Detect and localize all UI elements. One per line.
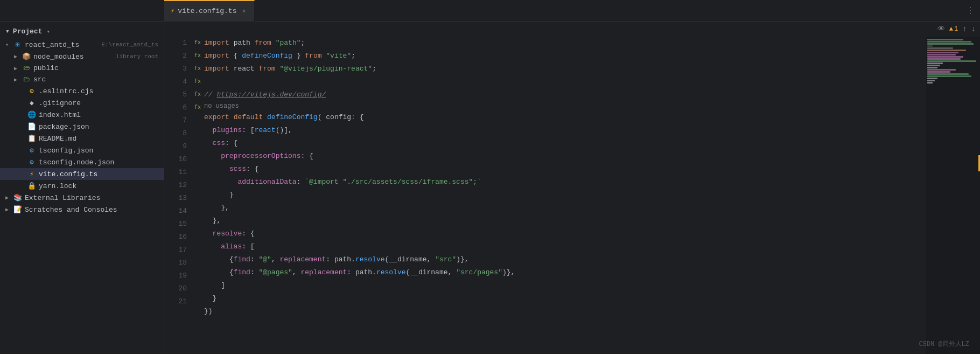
code-line-8: css: { — [204, 137, 915, 150]
sidebar-item-scratches[interactable]: ▶ 📝 Scratches and Consoles — [0, 204, 164, 216]
watermark: CSDN @局外人LZ — [919, 339, 969, 349]
code-line-11: additionalData: `@import "./src/assets/s… — [204, 176, 915, 189]
code-line-9: preprocessorOptions: { — [204, 150, 915, 163]
sidebar-item-node-modules[interactable]: ▶ 📦 node_modules library root — [0, 51, 164, 63]
project-label: Project — [13, 27, 43, 36]
vite-config-tab[interactable]: ⚡ vite.config.ts × — [164, 0, 255, 22]
scratches-label: Scratches and Consoles — [25, 206, 158, 214]
tab-close-button[interactable]: × — [240, 7, 248, 16]
editor-toolbar: 👁 ▲ 1 ↑ ↓ — [164, 22, 980, 37]
package-json-icon: 📄 — [27, 122, 36, 131]
code-hint-no-usages: no usages — [204, 101, 915, 111]
sidebar-item-readme[interactable]: ▶ 📋 README.md — [0, 133, 164, 144]
tsconfig-label: tsconfig.json — [39, 147, 158, 155]
project-dropdown-icon: ▾ — [46, 28, 50, 35]
code-line-15: resolve: { — [204, 227, 915, 240]
root-folder-icon: ⊞ — [13, 40, 22, 49]
sidebar-item-gitignore[interactable]: ▶ ◆ .gitignore — [0, 97, 164, 109]
code-line-13: }, — [204, 202, 915, 214]
src-arrow: ▶ — [14, 77, 19, 83]
code-line-20: } — [204, 292, 915, 305]
public-icon: 🗁 — [22, 64, 31, 72]
index-html-label: index.html — [39, 111, 158, 119]
code-line-21: }) — [204, 305, 915, 318]
node-modules-sublabel: library root — [116, 53, 158, 60]
external-icon: 📚 — [13, 193, 22, 202]
readme-icon: 📋 — [27, 134, 36, 143]
code-line-12: } — [204, 189, 915, 202]
warning-icon: ▲ — [949, 25, 953, 33]
code-line-7: plugins: [react()], — [204, 124, 915, 137]
warning-indicator[interactable]: ▲ 1 — [949, 25, 958, 33]
package-json-label: package.json — [39, 123, 158, 131]
eslintrc-icon: ⚙ — [27, 87, 36, 95]
code-container: 1 2 3 4 5 6 7 8 9 10 11 12 13 14 15 16 1… — [164, 37, 980, 354]
code-line-4 — [204, 75, 915, 88]
code-line-14: }, — [204, 214, 915, 227]
public-arrow: ▶ — [14, 65, 19, 72]
node-modules-arrow: ▶ — [14, 53, 19, 60]
code-editor[interactable]: import path from "path"; import { define… — [204, 37, 926, 354]
sidebar: ▾ Project ▾ ▾ ⊞ react_antd_ts E:\react_a… — [0, 22, 164, 354]
code-line-5: // https://vitejs.dev/config/ — [204, 88, 915, 101]
scratches-arrow: ▶ — [5, 206, 11, 213]
gitignore-label: .gitignore — [39, 99, 158, 107]
root-label: react_antd_ts — [25, 41, 96, 49]
root-path: E:\react_antd_ts — [101, 41, 158, 48]
yarn-lock-label: yarn.lock — [39, 182, 158, 190]
project-header[interactable]: ▾ Project ▾ — [0, 24, 164, 39]
code-line-3: import react from "@vitejs/plugin-react"… — [204, 63, 915, 75]
node-modules-label: node_modules — [33, 53, 111, 61]
minimap-content — [926, 37, 980, 86]
warning-count: 1 — [954, 25, 958, 33]
editor-area: 👁 ▲ 1 ↑ ↓ 1 2 3 4 5 6 7 8 9 10 11 — [164, 22, 980, 354]
public-label: public — [33, 64, 158, 72]
main-layout: ▾ Project ▾ ▾ ⊞ react_antd_ts E:\react_a… — [0, 22, 980, 354]
tsconfig-node-icon: ⚙ — [27, 158, 36, 166]
src-label: src — [33, 75, 158, 84]
code-line-18: {find: "@pages", replacement: path.resol… — [204, 266, 915, 279]
code-line-17: {find: "@", replacement: path.resolve(__… — [204, 253, 915, 266]
sidebar-item-eslintrc[interactable]: ▶ ⚙ .eslintrc.cjs — [0, 85, 164, 97]
node-modules-icon: 📦 — [22, 52, 31, 61]
sidebar-item-vite-config[interactable]: ▶ ⚡ vite.config.ts — [0, 168, 164, 180]
external-arrow: ▶ — [5, 195, 11, 201]
tsconfig-node-label: tsconfig.node.json — [39, 158, 158, 166]
gitignore-icon: ◆ — [27, 99, 36, 107]
tab-bar: ⚡ vite.config.ts × ⋮ — [0, 0, 980, 22]
code-line-6: export default defineConfig( config: { — [204, 111, 915, 124]
code-line-19: ] — [204, 279, 915, 292]
sidebar-item-yarn-lock[interactable]: ▶ 🔒 yarn.lock — [0, 180, 164, 192]
gutter-area: fx fx fx fx fx fx — [191, 37, 204, 354]
eye-icon[interactable]: 👁 — [937, 25, 945, 33]
more-options-button[interactable]: ⋮ — [966, 5, 980, 16]
navigate-up-button[interactable]: ↑ — [962, 25, 967, 33]
yarn-lock-icon: 🔒 — [27, 182, 36, 190]
minimap — [926, 37, 980, 354]
line-numbers: 1 2 3 4 5 6 7 8 9 10 11 12 13 14 15 16 1… — [164, 37, 191, 354]
sidebar-item-external-libraries[interactable]: ▶ 📚 External Libraries — [0, 192, 164, 204]
code-line-16: alias: [ — [204, 240, 915, 253]
sidebar-item-src[interactable]: ▶ 🗁 src — [0, 74, 164, 85]
code-line-1: import path from "path"; — [204, 37, 915, 50]
index-html-icon: 🌐 — [27, 110, 36, 119]
sidebar-item-index-html[interactable]: ▶ 🌐 index.html — [0, 109, 164, 121]
sidebar-item-tsconfig-node[interactable]: ▶ ⚙ tsconfig.node.json — [0, 156, 164, 168]
vite-config-label: vite.config.ts — [39, 170, 158, 178]
tsconfig-icon: ⚙ — [27, 146, 36, 155]
tab-label: vite.config.ts — [178, 7, 236, 15]
scratches-icon: 📝 — [13, 205, 22, 214]
watermark-text: CSDN @局外人LZ — [919, 341, 969, 348]
vite-tab-icon: ⚡ — [171, 7, 174, 15]
vite-config-icon: ⚡ — [27, 170, 36, 178]
src-icon: 🗁 — [22, 75, 31, 84]
navigate-down-button[interactable]: ↓ — [971, 25, 976, 33]
sidebar-root-folder[interactable]: ▾ ⊞ react_antd_ts E:\react_antd_ts — [0, 39, 164, 51]
project-arrow: ▾ — [5, 27, 10, 36]
eslintrc-label: .eslintrc.cjs — [39, 87, 158, 95]
sidebar-item-public[interactable]: ▶ 🗁 public — [0, 63, 164, 74]
sidebar-item-package-json[interactable]: ▶ 📄 package.json — [0, 121, 164, 133]
code-line-10: scss: { — [204, 163, 915, 176]
sidebar-item-tsconfig[interactable]: ▶ ⚙ tsconfig.json — [0, 144, 164, 156]
code-line-2: import { defineConfig } from "vite"; — [204, 50, 915, 63]
